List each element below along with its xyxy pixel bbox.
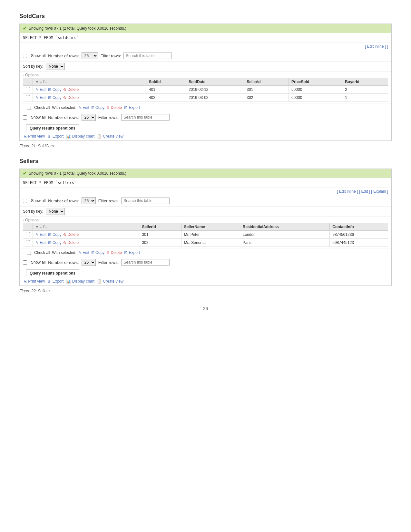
soldcars-col-soldid[interactable]: SoldId [146, 78, 186, 86]
sellers-display-chart[interactable]: 📊 Display chart [66, 279, 94, 284]
sellers-num-rows-bottom-label: Number of rows: [48, 260, 79, 265]
sellers-edit-inline-link[interactable]: [ Edit inline ] [ Edit ] [ Explain ] [337, 189, 388, 194]
cell-sellerid: 302 [244, 94, 289, 102]
row-edit-link[interactable]: ✎ Edit [35, 232, 46, 237]
sellers-create-view[interactable]: 📋 Create view [97, 279, 123, 284]
sellers-col-contactinfo[interactable]: ContactInfo [330, 223, 388, 231]
soldcars-sort-label: Sort by key: [23, 64, 43, 69]
sellers-col-sellerid[interactable]: SellerId [139, 223, 181, 231]
soldcars-num-rows-label: Number of rows: [48, 53, 79, 58]
soldcars-show-all-bottom-checkbox[interactable] [23, 115, 27, 120]
cell-sellerid: 301 [139, 231, 181, 239]
sellers-copy-btn[interactable]: ⊞ Copy [91, 250, 104, 255]
soldcars-col-buyerid[interactable]: BuyerId [342, 78, 388, 86]
cell-solddate: 2019-03-02 [186, 94, 244, 102]
soldcars-controls-row: Show all Number of rows: 25 50 100 Filte… [20, 50, 391, 62]
soldcars-sort-row: Sort by key: None [20, 62, 391, 72]
soldcars-title: SoldCars [19, 13, 392, 20]
sellers-show-all-bottom-checkbox[interactable] [23, 260, 27, 265]
soldcars-num-rows-select[interactable]: 25 50 100 [82, 52, 98, 59]
sellers-status-check-icon: ✔ [23, 171, 27, 176]
sellers-show-all-checkbox[interactable] [23, 199, 27, 203]
sellers-with-selected-label: With selected: [52, 250, 76, 255]
row-edit-link[interactable]: ✎ Edit [35, 87, 46, 92]
cell-sellerid: 301 [244, 86, 289, 94]
soldcars-display-chart[interactable]: 📊 Display chart [66, 134, 94, 139]
row-actions-cell: ✎ Edit ⊞ Copy ⊖ Delete [33, 231, 139, 239]
sellers-col-residentialaddress[interactable]: ResidentialAddress [240, 223, 330, 231]
cell-buyerid: 2 [342, 86, 388, 94]
sellers-status-text: Showing rows 0 - 1 (2 total, Query took … [29, 171, 126, 176]
row-actions-cell: ✎ Edit ⊞ Copy ⊖ Delete [33, 239, 139, 247]
row-delete-link[interactable]: ⊖ Delete [63, 95, 79, 100]
soldcars-show-all-label: Show all [31, 53, 45, 58]
sellers-section: Sellers ✔ Showing rows 0 - 1 (2 total, Q… [19, 158, 392, 293]
soldcars-copy-btn[interactable]: ⊞ Copy [91, 105, 104, 110]
cell-sellername: Ms. Senorita [181, 239, 240, 247]
row-delete-link[interactable]: ⊖ Delete [63, 87, 79, 92]
row-copy-link[interactable]: ⊞ Copy [48, 240, 61, 245]
soldcars-edit-btn[interactable]: ✎ Edit [78, 105, 89, 110]
row-copy-link[interactable]: ⊞ Copy [48, 87, 61, 92]
row-checkbox[interactable] [26, 95, 30, 99]
sellers-num-rows-bottom-select[interactable]: 25 [82, 259, 96, 266]
sellers-query-results-tab[interactable]: Query results operations [26, 269, 79, 277]
row-edit-link[interactable]: ✎ Edit [35, 240, 46, 245]
soldcars-create-view[interactable]: 📋 Create view [97, 134, 123, 139]
row-delete-link[interactable]: ⊖ Delete [63, 232, 79, 237]
sellers-export-btn[interactable]: 🖹 Export [124, 250, 140, 255]
soldcars-check-all-bottom[interactable] [27, 106, 31, 110]
soldcars-filter-input[interactable] [123, 53, 172, 59]
soldcars-print-view[interactable]: 🖨 Print view [23, 134, 45, 139]
soldcars-delete-btn[interactable]: ⊖ Delete [106, 105, 122, 110]
row-copy-link[interactable]: ⊞ Copy [48, 95, 61, 100]
sellers-show-all-label: Show all [31, 198, 45, 203]
sellers-title: Sellers [19, 158, 392, 165]
cell-pricesold: 50000 [289, 86, 342, 94]
soldcars-col-pricesold[interactable]: PriceSold [289, 78, 342, 86]
soldcars-check-all-label: Check all [34, 105, 50, 110]
soldcars-num-rows-bottom-select[interactable]: 25 [82, 114, 96, 121]
soldcars-col-sellerid[interactable]: SellerId [244, 78, 289, 86]
row-edit-link[interactable]: ✎ Edit [35, 95, 46, 100]
sellers-num-rows-select[interactable]: 25 [82, 197, 96, 204]
soldcars-up-arrow: ↑ [23, 105, 25, 110]
soldcars-col-solddate[interactable]: SoldDate [186, 78, 244, 86]
soldcars-num-rows-bottom-label: Number of rows: [48, 115, 79, 120]
soldcars-export-btn[interactable]: 🖹 Export [124, 105, 140, 110]
cell-soldid: 402 [146, 94, 186, 102]
row-select-cell [23, 231, 33, 239]
sellers-filter-bottom-input[interactable] [121, 259, 170, 266]
soldcars-query-results-tab[interactable]: Query results operations [26, 124, 79, 132]
soldcars-edit-inline-bar: [ Edit inline ] [ [20, 43, 391, 50]
sellers-panel: ✔ Showing rows 0 - 1 (2 total, Query too… [19, 169, 392, 286]
soldcars-table: ▼ ←T→ SoldId SoldDate SellerId PriceSold… [23, 78, 388, 102]
soldcars-show-all-checkbox[interactable] [23, 54, 27, 58]
soldcars-filter-bottom-label: Filter rows: [98, 115, 119, 120]
sellers-figure-caption: Figure 22: Sellers [19, 289, 392, 293]
soldcars-filter-bottom-input[interactable] [121, 114, 170, 121]
sellers-num-rows-label: Number of rows: [48, 198, 79, 203]
sellers-delete-btn[interactable]: ⊖ Delete [106, 250, 122, 255]
soldcars-edit-inline-link[interactable]: [ Edit inline ] [ [365, 44, 388, 49]
sellers-table-wrapper: ▼ ←T→ SellerId SellerName ResidentialAdd… [20, 223, 391, 248]
sellers-print-view[interactable]: 🖨 Print view [23, 279, 45, 284]
soldcars-export-ops[interactable]: 🗎 Export [47, 134, 64, 139]
row-checkbox[interactable] [26, 232, 30, 236]
row-checkbox[interactable] [26, 240, 30, 244]
row-delete-link[interactable]: ⊖ Delete [63, 240, 79, 245]
sellers-show-all-bottom-label: Show all [31, 260, 45, 265]
table-row: ✎ Edit ⊞ Copy ⊖ Delete 301 Mr. Peter Lon… [23, 231, 388, 239]
sellers-check-all-bottom[interactable] [27, 251, 31, 255]
row-checkbox[interactable] [26, 87, 30, 91]
row-actions-cell: ✎ Edit ⊞ Copy ⊖ Delete [33, 86, 146, 94]
soldcars-sort-select[interactable]: None [46, 63, 65, 70]
sellers-edit-inline-bar: [ Edit inline ] [ Edit ] [ Explain ] [20, 188, 391, 195]
sellers-export-ops[interactable]: 🗎 Export [47, 279, 64, 284]
table-row: ✎ Edit ⊞ Copy ⊖ Delete 402 2019-03-02 30… [23, 94, 388, 102]
sellers-sort-select[interactable]: None [46, 208, 65, 215]
sellers-filter-input[interactable] [121, 198, 170, 204]
sellers-col-sellername[interactable]: SellerName [181, 223, 240, 231]
sellers-edit-btn[interactable]: ✎ Edit [78, 250, 89, 255]
row-copy-link[interactable]: ⊞ Copy [48, 232, 61, 237]
